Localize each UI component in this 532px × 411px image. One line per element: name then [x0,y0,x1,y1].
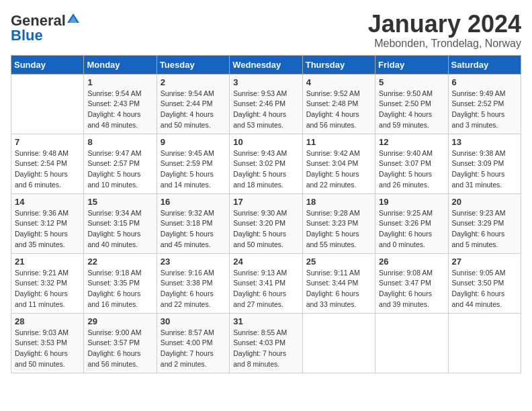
day-info: Sunrise: 9:48 AMSunset: 2:54 PMDaylight:… [15,148,80,191]
calendar-cell: 26Sunrise: 9:08 AMSunset: 3:47 PMDayligh… [375,253,448,313]
calendar-cell: 19Sunrise: 9:25 AMSunset: 3:26 PMDayligh… [375,193,448,253]
calendar-cell: 20Sunrise: 9:23 AMSunset: 3:29 PMDayligh… [448,193,521,253]
day-info: Sunrise: 9:34 AMSunset: 3:15 PMDaylight:… [87,208,152,250]
day-number: 25 [306,257,371,267]
calendar-cell [448,313,521,373]
calendar-cell: 14Sunrise: 9:36 AMSunset: 3:12 PMDayligh… [11,193,84,253]
calendar-cell: 10Sunrise: 9:43 AMSunset: 3:02 PMDayligh… [230,134,302,193]
day-number: 21 [15,257,80,267]
header-row: SundayMondayTuesdayWednesdayThursdayFrid… [11,55,521,74]
calendar-cell: 8Sunrise: 9:47 AMSunset: 2:57 PMDaylight… [84,134,157,193]
day-number: 12 [379,137,444,147]
calendar-cell: 6Sunrise: 9:49 AMSunset: 2:52 PMDaylight… [448,74,521,134]
calendar-cell: 4Sunrise: 9:52 AMSunset: 2:48 PMDaylight… [302,74,375,134]
day-info: Sunrise: 9:18 AMSunset: 3:35 PMDaylight:… [87,268,152,310]
day-header-tuesday: Tuesday [157,55,229,74]
logo-icon [67,12,79,24]
calendar-cell: 28Sunrise: 9:03 AMSunset: 3:53 PMDayligh… [11,313,84,373]
day-info: Sunrise: 9:25 AMSunset: 3:26 PMDaylight:… [379,208,444,250]
day-info: Sunrise: 9:23 AMSunset: 3:29 PMDaylight:… [452,208,517,250]
day-number: 1 [87,77,152,87]
day-info: Sunrise: 9:49 AMSunset: 2:52 PMDaylight:… [452,89,517,131]
day-number: 29 [87,316,152,326]
day-number: 18 [306,197,371,207]
calendar-cell: 18Sunrise: 9:28 AMSunset: 3:23 PMDayligh… [302,193,375,253]
day-number: 31 [233,316,298,326]
day-info: Sunrise: 9:03 AMSunset: 3:53 PMDaylight:… [15,328,80,370]
day-info: Sunrise: 9:08 AMSunset: 3:47 PMDaylight:… [379,268,444,310]
day-header-monday: Monday [84,55,157,74]
day-info: Sunrise: 9:53 AMSunset: 2:46 PMDaylight:… [233,89,298,131]
day-info: Sunrise: 9:52 AMSunset: 2:48 PMDaylight:… [306,89,371,131]
day-info: Sunrise: 9:54 AMSunset: 2:43 PMDaylight:… [87,89,152,131]
day-number: 17 [233,197,298,207]
calendar-cell: 3Sunrise: 9:53 AMSunset: 2:46 PMDaylight… [230,74,302,134]
day-info: Sunrise: 9:45 AMSunset: 2:59 PMDaylight:… [161,148,226,191]
calendar-cell: 11Sunrise: 9:42 AMSunset: 3:04 PMDayligh… [302,134,375,193]
week-row: 7Sunrise: 9:48 AMSunset: 2:54 PMDaylight… [11,134,521,193]
logo-blue: Blue [11,28,43,43]
day-number: 20 [452,197,517,207]
calendar-cell: 9Sunrise: 9:45 AMSunset: 2:59 PMDaylight… [157,134,229,193]
day-number: 14 [15,197,80,207]
day-number: 16 [161,197,226,207]
calendar-cell: 16Sunrise: 9:32 AMSunset: 3:18 PMDayligh… [157,193,229,253]
day-header-wednesday: Wednesday [230,55,302,74]
day-number: 27 [452,257,517,267]
day-number: 24 [233,257,298,267]
day-info: Sunrise: 9:54 AMSunset: 2:44 PMDaylight:… [161,89,226,131]
title-area: January 2024 Mebonden, Trondelag, Norway [368,11,521,50]
day-number: 11 [306,137,371,147]
calendar-subtitle: Mebonden, Trondelag, Norway [368,38,521,50]
day-header-sunday: Sunday [11,55,84,74]
calendar-cell: 7Sunrise: 9:48 AMSunset: 2:54 PMDaylight… [11,134,84,193]
calendar-cell: 5Sunrise: 9:50 AMSunset: 2:50 PMDaylight… [375,74,448,134]
week-row: 1Sunrise: 9:54 AMSunset: 2:43 PMDaylight… [11,74,521,134]
day-number: 28 [15,316,80,326]
day-info: Sunrise: 9:21 AMSunset: 3:32 PMDaylight:… [15,268,80,310]
day-number: 13 [452,137,517,147]
calendar-cell: 25Sunrise: 9:11 AMSunset: 3:44 PMDayligh… [302,253,375,313]
logo: General Blue [11,13,79,43]
day-info: Sunrise: 9:36 AMSunset: 3:12 PMDaylight:… [15,208,80,250]
week-row: 14Sunrise: 9:36 AMSunset: 3:12 PMDayligh… [11,193,521,253]
day-info: Sunrise: 9:42 AMSunset: 3:04 PMDaylight:… [306,148,371,191]
day-info: Sunrise: 9:40 AMSunset: 3:07 PMDaylight:… [379,148,444,191]
day-info: Sunrise: 9:28 AMSunset: 3:23 PMDaylight:… [306,208,371,250]
calendar-cell: 17Sunrise: 9:30 AMSunset: 3:20 PMDayligh… [230,193,302,253]
day-info: Sunrise: 9:30 AMSunset: 3:20 PMDaylight:… [233,208,298,250]
calendar-cell: 30Sunrise: 8:57 AMSunset: 4:00 PMDayligh… [157,313,229,373]
week-row: 28Sunrise: 9:03 AMSunset: 3:53 PMDayligh… [11,313,521,373]
day-header-friday: Friday [375,55,448,74]
day-info: Sunrise: 9:38 AMSunset: 3:09 PMDaylight:… [452,148,517,191]
calendar-cell: 29Sunrise: 9:00 AMSunset: 3:57 PMDayligh… [84,313,157,373]
day-info: Sunrise: 9:16 AMSunset: 3:38 PMDaylight:… [161,268,226,310]
calendar-cell: 21Sunrise: 9:21 AMSunset: 3:32 PMDayligh… [11,253,84,313]
day-number: 26 [379,257,444,267]
day-info: Sunrise: 9:43 AMSunset: 3:02 PMDaylight:… [233,148,298,191]
day-header-saturday: Saturday [448,55,521,74]
calendar-table: SundayMondayTuesdayWednesdayThursdayFrid… [11,55,521,373]
day-number: 6 [452,77,517,87]
day-number: 8 [87,137,152,147]
calendar-cell: 22Sunrise: 9:18 AMSunset: 3:35 PMDayligh… [84,253,157,313]
day-number: 19 [379,197,444,207]
calendar-cell [302,313,375,373]
day-number: 9 [161,137,226,147]
calendar-cell: 31Sunrise: 8:55 AMSunset: 4:03 PMDayligh… [230,313,302,373]
header: General Blue January 2024 Mebonden, Tron… [11,11,521,50]
calendar-cell: 2Sunrise: 9:54 AMSunset: 2:44 PMDaylight… [157,74,229,134]
calendar-title: January 2024 [368,11,521,38]
calendar-cell [11,74,84,134]
day-info: Sunrise: 8:57 AMSunset: 4:00 PMDaylight:… [161,328,226,370]
day-number: 2 [161,77,226,87]
day-info: Sunrise: 9:32 AMSunset: 3:18 PMDaylight:… [161,208,226,250]
day-number: 7 [15,137,80,147]
day-info: Sunrise: 9:11 AMSunset: 3:44 PMDaylight:… [306,268,371,310]
day-info: Sunrise: 8:55 AMSunset: 4:03 PMDaylight:… [233,328,298,370]
calendar-cell: 13Sunrise: 9:38 AMSunset: 3:09 PMDayligh… [448,134,521,193]
day-info: Sunrise: 9:50 AMSunset: 2:50 PMDaylight:… [379,89,444,131]
day-number: 10 [233,137,298,147]
calendar-cell: 23Sunrise: 9:16 AMSunset: 3:38 PMDayligh… [157,253,229,313]
day-number: 22 [87,257,152,267]
